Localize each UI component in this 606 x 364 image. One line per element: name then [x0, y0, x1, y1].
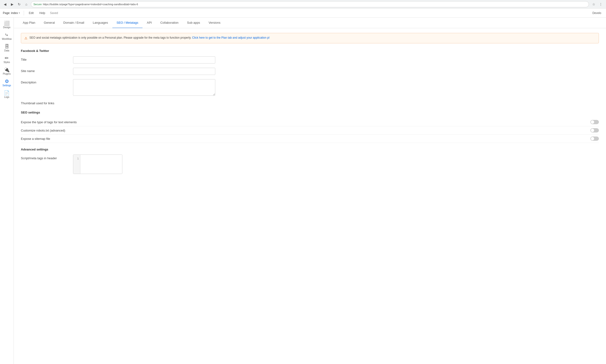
- toolbar-right: Develo: [591, 11, 603, 15]
- sidebar-label-settings: Settings: [2, 84, 11, 87]
- seo-settings-heading: SEO settings: [21, 111, 599, 114]
- facebook-twitter-section: Facebook & Twitter Title Site name Descr…: [21, 49, 599, 105]
- site-name-label: Site name: [21, 68, 68, 73]
- expose-tags-row: Expose the type of tags for text element…: [21, 118, 599, 126]
- sidebar-item-plugins[interactable]: 🔌 Plugins: [1, 66, 13, 77]
- sidebar-item-design[interactable]: ⬜ Design: [1, 19, 13, 30]
- site-name-input[interactable]: [73, 68, 215, 75]
- sidebar-label-logs: Logs: [4, 96, 10, 98]
- sidebar-item-data[interactable]: 🗄 Data: [1, 43, 13, 53]
- secure-label: Secure: [33, 3, 42, 6]
- advanced-settings-section: Advanced settings Script/meta tags in he…: [21, 148, 599, 174]
- app-toolbar: Page: index ▾ Edit Help Saved Develo: [0, 9, 606, 17]
- sidebar-label-styles: Styles: [3, 61, 10, 64]
- description-row: Description: [21, 79, 599, 96]
- toolbar-separator: [24, 11, 24, 15]
- page-selector[interactable]: Page: index ▾: [3, 11, 20, 15]
- script-header-label: Script/meta tags in header: [21, 155, 68, 160]
- line-number-1: 1: [77, 157, 79, 160]
- script-editor-container: 1: [73, 155, 122, 174]
- advanced-settings-heading: Advanced settings: [21, 148, 599, 151]
- url-bar[interactable]: Secure https://bubble.is/page?type=page&…: [31, 1, 589, 7]
- menu-button[interactable]: ⋮: [598, 1, 604, 7]
- sidebar: ⬜ Design ⤷ Workflow 🗄 Data ✏ Styles 🔌 Pl…: [0, 17, 14, 364]
- tabs-bar: App Plan General Domain / Email Language…: [14, 17, 606, 28]
- browser-icons: ☆ ⋮: [591, 1, 604, 7]
- edit-button[interactable]: Edit: [28, 11, 35, 15]
- settings-icon: ⚙: [5, 79, 9, 84]
- url-text: https://bubble.is/page?type=page&name=in…: [43, 3, 138, 6]
- sidebar-label-workflow: Workflow: [2, 38, 12, 40]
- workflow-icon: ⤷: [5, 32, 9, 37]
- upgrade-warning-banner: ⚠ SEO and social metatags optimization i…: [21, 33, 599, 43]
- warning-icon: ⚠: [25, 36, 27, 41]
- chevron-down-icon: ▾: [19, 12, 20, 14]
- sidebar-item-workflow[interactable]: ⤷ Workflow: [1, 31, 13, 42]
- script-code-editor[interactable]: [80, 155, 122, 174]
- saved-badge: Saved: [50, 11, 58, 15]
- title-label: Title: [21, 56, 68, 61]
- sitemap-row: Expose a sitemap file: [21, 135, 599, 143]
- robots-label: Customize robots.txt (advanced): [21, 129, 588, 132]
- styles-icon: ✏: [5, 56, 9, 60]
- robots-row: Customize robots.txt (advanced): [21, 126, 599, 135]
- main-content: App Plan General Domain / Email Language…: [14, 17, 606, 364]
- page-label: Page: index: [3, 11, 18, 15]
- seo-settings-section: SEO settings Expose the type of tags for…: [21, 111, 599, 143]
- browser-chrome: ◀ ▶ ↻ ⌂ Secure https://bubble.is/page?ty…: [0, 0, 606, 9]
- script-header-row: Script/meta tags in header 1: [21, 155, 599, 174]
- title-row: Title: [21, 56, 599, 64]
- tab-general[interactable]: General: [40, 17, 59, 28]
- robots-toggle[interactable]: [590, 128, 599, 132]
- site-name-row: Site name: [21, 68, 599, 75]
- warning-link[interactable]: Click here to get to the Plan tab and ad…: [192, 36, 269, 39]
- sidebar-item-settings[interactable]: ⚙ Settings: [1, 78, 13, 88]
- home-button[interactable]: ⌂: [24, 2, 29, 7]
- tab-languages[interactable]: Languages: [88, 17, 112, 28]
- tab-seo-metatags[interactable]: SEO / Metatags: [112, 17, 143, 28]
- thumbnail-label: Thumbnail used for links: [21, 100, 68, 105]
- expose-tags-toggle[interactable]: [590, 120, 599, 124]
- tab-api[interactable]: API: [143, 17, 156, 28]
- title-input[interactable]: [73, 56, 215, 64]
- forward-button[interactable]: ▶: [10, 2, 15, 7]
- facebook-twitter-heading: Facebook & Twitter: [21, 49, 599, 52]
- sidebar-label-design: Design: [3, 26, 11, 29]
- thumbnail-section: Thumbnail used for links: [21, 100, 599, 105]
- reload-button[interactable]: ↻: [17, 2, 22, 7]
- plugins-icon: 🔌: [4, 67, 10, 72]
- sidebar-label-plugins: Plugins: [3, 73, 11, 75]
- help-button[interactable]: Help: [39, 11, 46, 15]
- warning-text: SEO and social metatags optimization is …: [29, 36, 269, 40]
- app-layout: ⬜ Design ⤷ Workflow 🗄 Data ✏ Styles 🔌 Pl…: [0, 17, 606, 364]
- tab-sub-apps[interactable]: Sub apps: [183, 17, 204, 28]
- line-numbers: 1: [73, 155, 80, 174]
- develop-button[interactable]: Develo: [591, 11, 603, 15]
- description-input[interactable]: [73, 79, 215, 96]
- tab-collaboration[interactable]: Collaboration: [156, 17, 183, 28]
- back-button[interactable]: ◀: [2, 2, 8, 7]
- data-icon: 🗄: [4, 44, 9, 49]
- sidebar-label-data: Data: [4, 49, 9, 52]
- tab-app-plan[interactable]: App Plan: [18, 17, 40, 28]
- settings-content-area: ⚠ SEO and social metatags optimization i…: [14, 28, 606, 183]
- tab-versions[interactable]: Versions: [204, 17, 225, 28]
- description-label: Description: [21, 79, 68, 84]
- sidebar-item-styles[interactable]: ✏ Styles: [1, 54, 13, 65]
- logs-icon: 📄: [4, 91, 10, 95]
- sitemap-label: Expose a sitemap file: [21, 137, 588, 141]
- sidebar-item-logs[interactable]: 📄 Logs: [1, 89, 13, 100]
- sitemap-toggle[interactable]: [590, 136, 599, 141]
- tab-domain-email[interactable]: Domain / Email: [59, 17, 88, 28]
- design-icon: ⬜: [4, 21, 10, 26]
- bookmark-button[interactable]: ☆: [591, 1, 596, 7]
- expose-tags-label: Expose the type of tags for text element…: [21, 120, 588, 124]
